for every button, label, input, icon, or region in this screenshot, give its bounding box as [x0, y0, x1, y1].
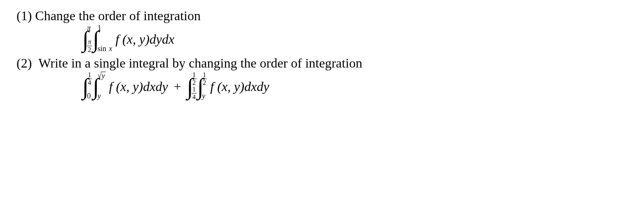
integral-sign: ∫	[82, 75, 89, 98]
integral-sign: ∫	[187, 75, 193, 98]
term2-integral-outer: ∫ 1 2 1 4	[187, 74, 197, 99]
integral-2-bounds: 1 sin x	[98, 27, 112, 51]
integral-sign: ∫	[197, 75, 204, 98]
problem-1: (1) Change the order of integration ∫ π …	[16, 8, 628, 51]
problem-2-label: (2)	[16, 56, 32, 70]
term1-integral-inner: ∫ √ y y	[93, 74, 105, 99]
term1-integrand: f (x, y)dxdy	[109, 79, 168, 94]
integrand-1: f (x, y)dydx	[115, 32, 174, 47]
term1-integral-outer: ∫ 1 4 0	[82, 74, 92, 99]
problem-2-prompt: Write in a single integral by changing t…	[38, 56, 362, 70]
integral-sign: ∫	[93, 28, 99, 51]
integral-sign: ∫	[93, 75, 99, 98]
int2-lower: sin x	[98, 45, 112, 53]
problem-1-label: (1)	[16, 8, 32, 23]
problem-2: (2) Write in a single integral by changi…	[16, 56, 628, 99]
int2-lower-var: x	[109, 44, 112, 53]
integral-sign: ∫	[82, 28, 89, 51]
plus-sign: +	[174, 79, 181, 94]
term2-integral-inner: ∫ 1 2 y	[197, 74, 207, 99]
problem-2-formula: ∫ 1 4 0 ∫ √ y	[82, 74, 628, 99]
problem-1-prompt: Change the order of integration	[35, 8, 201, 23]
problem-2-prompt-line: (2) Write in a single integral by changi…	[16, 56, 628, 71]
integral-1-inner: ∫ 1 sin x	[93, 27, 112, 51]
term2-integrand: f (x, y)dxdy	[210, 79, 269, 94]
sqrt-arg: y	[101, 72, 106, 80]
problem-1-prompt-line: (1) Change the order of integration	[16, 8, 628, 23]
integral-1-outer: ∫ π π 2	[82, 27, 92, 51]
problem-1-formula: ∫ π π 2 ∫ 1 sin x	[82, 27, 628, 51]
